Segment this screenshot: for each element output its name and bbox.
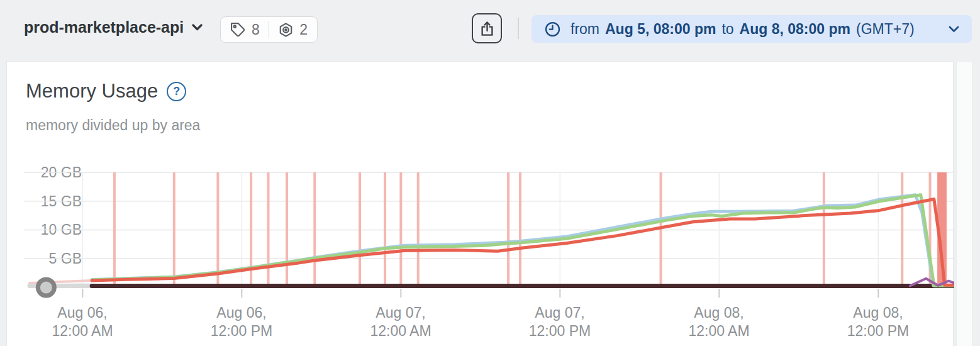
app-name: prod-marketplace-api	[24, 18, 184, 36]
deploys-badge[interactable]: 2	[278, 21, 308, 38]
time-range-to-value: Aug 8, 08:00 pm	[740, 21, 850, 38]
next-panel-edge	[956, 61, 972, 346]
time-range-from-label: from	[571, 21, 599, 38]
x-axis-label: Aug 06,12:00 PM	[179, 304, 304, 340]
chart-canvas[interactable]	[24, 167, 954, 303]
x-axis-label: Aug 08,12:00 AM	[656, 304, 782, 340]
panel-subtitle: memory divided up by area	[26, 117, 200, 134]
export-button[interactable]	[472, 13, 502, 43]
time-range-to-label: to	[721, 21, 733, 38]
tag-icon	[230, 22, 246, 38]
memory-usage-panel: Memory Usage ? memory divided up by area…	[6, 61, 954, 346]
tags-count: 8	[252, 21, 260, 38]
time-range-timezone: (GMT+7)	[856, 21, 915, 38]
share-export-icon	[479, 20, 496, 37]
panel-title: Memory Usage	[26, 80, 158, 103]
x-axis-label: Aug 07,12:00 PM	[497, 304, 623, 340]
x-axis-label: Aug 06,12:00 AM	[19, 304, 145, 340]
toolbar-divider	[518, 18, 519, 39]
time-range-selector[interactable]: from Aug 5, 08:00 pm to Aug 8, 08:00 pm …	[532, 15, 972, 43]
badge-divider	[269, 21, 270, 38]
chevron-down-icon	[192, 24, 203, 31]
help-icon[interactable]: ?	[167, 82, 186, 101]
app-selector-dropdown[interactable]: prod-marketplace-api	[24, 18, 203, 36]
top-bar: prod-marketplace-api 8 2	[0, 0, 980, 61]
app-meta-badges: 8 2	[220, 16, 318, 43]
tags-badge[interactable]: 8	[230, 21, 260, 38]
panel-title-row: Memory Usage ?	[26, 80, 186, 103]
x-axis-label: Aug 07,12:00 AM	[338, 304, 464, 340]
selection-handle[interactable]	[38, 279, 54, 296]
chevron-down-icon	[949, 26, 959, 33]
deploys-count: 2	[299, 21, 308, 38]
hexagon-deploy-icon	[278, 22, 294, 38]
time-range-from-value: Aug 5, 08:00 pm	[605, 21, 716, 38]
clock-icon	[544, 21, 561, 38]
x-axis-label: Aug 08,12:00 PM	[815, 304, 941, 340]
memory-usage-chart[interactable]	[24, 167, 954, 303]
